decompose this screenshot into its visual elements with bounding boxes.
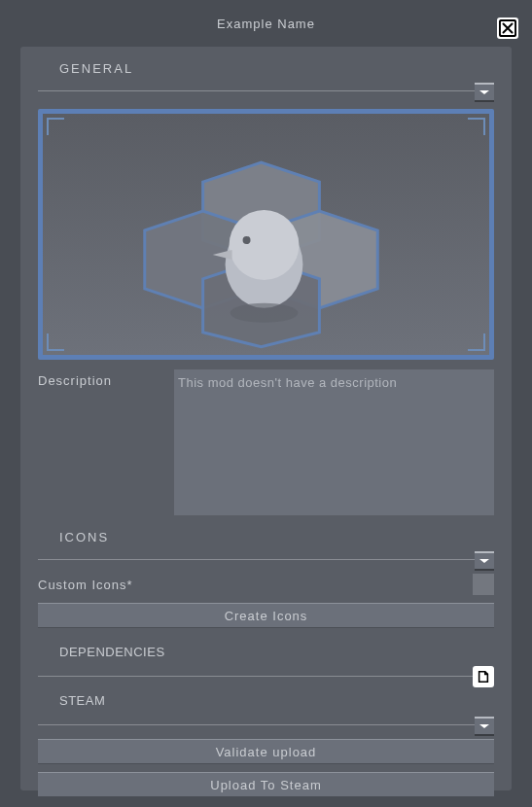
- description-label: Description: [38, 369, 174, 515]
- chevron-down-icon: [479, 722, 490, 730]
- section-header-dependencies: DEPENDENCIES: [38, 628, 494, 677]
- chevron-down-icon: [479, 88, 490, 96]
- collapse-toggle-icons[interactable]: [475, 551, 494, 571]
- validate-upload-button[interactable]: Validate upload: [38, 739, 494, 764]
- description-row: Description: [38, 369, 494, 515]
- mod-preview-image[interactable]: [43, 114, 489, 355]
- upload-steam-label: Upload To Steam: [210, 778, 322, 792]
- collapse-toggle-steam[interactable]: [475, 717, 494, 736]
- section-header-steam: STEAM: [38, 677, 494, 725]
- main-panel: GENERAL: [20, 47, 512, 790]
- svg-point-8: [231, 303, 299, 323]
- upload-steam-button[interactable]: Upload To Steam: [38, 772, 494, 797]
- section-label-steam: STEAM: [59, 693, 105, 708]
- custom-icons-row: Custom Icons*: [38, 574, 494, 595]
- validate-upload-label: Validate upload: [216, 745, 317, 759]
- svg-point-6: [230, 210, 300, 280]
- close-button[interactable]: [497, 18, 518, 39]
- section-header-general: GENERAL: [38, 47, 494, 91]
- chevron-down-icon: [479, 557, 490, 565]
- preview-illustration: [43, 114, 489, 355]
- description-input[interactable]: [174, 369, 494, 515]
- preview-container: [38, 109, 494, 360]
- custom-icons-checkbox[interactable]: [473, 574, 494, 595]
- section-label-general: GENERAL: [59, 61, 133, 76]
- section-label-icons: ICONS: [59, 530, 109, 544]
- section-label-dependencies: DEPENDENCIES: [59, 645, 165, 659]
- svg-point-7: [243, 236, 251, 244]
- upload-dialog: Example Name GENERAL: [0, 0, 532, 807]
- create-icons-label: Create Icons: [225, 609, 308, 623]
- collapse-toggle-general[interactable]: [475, 83, 494, 102]
- create-icons-button[interactable]: Create Icons: [38, 603, 494, 628]
- custom-icons-label: Custom Icons*: [38, 578, 133, 592]
- close-icon: [499, 19, 516, 37]
- section-header-icons: ICONS: [38, 515, 494, 560]
- window-title: Example Name: [217, 17, 315, 31]
- title-bar: Example Name: [0, 0, 532, 47]
